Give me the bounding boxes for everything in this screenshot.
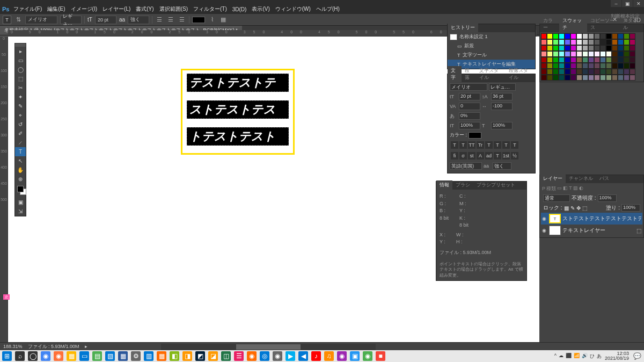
swatch[interactable] [630, 57, 635, 63]
swatch[interactable] [541, 33, 547, 39]
ot-button[interactable]: st [468, 152, 475, 160]
swatch[interactable] [588, 75, 594, 81]
swatch[interactable] [576, 33, 582, 39]
swatch[interactable] [565, 63, 570, 69]
parastyle-tab[interactable]: 段落スタイル [506, 66, 535, 82]
swatch[interactable] [541, 69, 547, 75]
close-button[interactable]: ✕ [633, 0, 644, 7]
brush-tab[interactable]: ブラシ [452, 180, 473, 190]
swatch[interactable] [541, 39, 547, 45]
visibility-icon[interactable]: ◉ [542, 216, 547, 221]
warp-text-icon[interactable]: ⌇ [208, 16, 216, 24]
taskbar-app-icon[interactable]: ▦ [157, 351, 166, 361]
systray-icon[interactable]: ひ [590, 353, 595, 360]
taskbar-app-icon[interactable]: ⚙ [131, 351, 141, 361]
horizontal-scrollbar[interactable] [161, 344, 376, 350]
antialias-dropdown[interactable]: 強く [128, 16, 149, 24]
visibility-icon[interactable]: ◉ [542, 228, 547, 233]
swatch[interactable] [559, 75, 565, 81]
text-frame[interactable]: テストテストテ ストテストテス トテストテスト [181, 69, 295, 155]
tool-13[interactable]: ✋ [15, 165, 26, 175]
swatch[interactable] [612, 45, 618, 51]
paths-tab[interactable]: パス [596, 174, 612, 183]
swatch[interactable] [570, 69, 576, 75]
swatch[interactable] [541, 51, 547, 57]
swatch[interactable] [553, 75, 559, 81]
swatch[interactable] [624, 33, 630, 39]
tool-preset-icon[interactable]: T [3, 16, 11, 24]
swatch[interactable] [630, 63, 635, 69]
swatch[interactable] [582, 51, 588, 57]
ot-button[interactable]: 1st [502, 152, 510, 160]
font-family-input[interactable]: メイリオ [450, 83, 487, 91]
taskbar-app-icon[interactable]: ◎ [260, 351, 269, 361]
swatch[interactable] [600, 45, 606, 51]
swatch[interactable] [559, 69, 565, 75]
swatch[interactable] [553, 51, 559, 57]
style-button[interactable]: T [511, 141, 518, 149]
taskbar-app-icon[interactable]: ◫ [221, 351, 231, 361]
swatch[interactable] [600, 63, 606, 69]
menu-file[interactable]: ファイル(F) [13, 5, 42, 13]
fill-input[interactable]: 100% [621, 204, 640, 212]
menu-edit[interactable]: 編集(E) [47, 5, 65, 13]
tool-2[interactable]: ◯ [15, 65, 26, 74]
layer-item[interactable]: ◉Tストテストテストテストテストテストテスト… [541, 213, 642, 225]
system-clock[interactable]: 12:03 2021/08/19 [605, 351, 629, 361]
menu-3d[interactable]: 3D(D) [232, 6, 247, 12]
styles-tab[interactable]: スタイル [620, 16, 643, 32]
tracking-input[interactable]: -100 [491, 103, 513, 110]
chevron-right-icon[interactable]: ▸ [85, 344, 87, 349]
swatch[interactable] [618, 39, 624, 45]
text-color-box[interactable] [469, 132, 481, 139]
swatch[interactable] [624, 57, 630, 63]
systray-icon[interactable]: 📶 [574, 353, 580, 360]
taskbar-app-icon[interactable]: ☰ [234, 351, 244, 361]
lock-icon[interactable]: ✥ [576, 205, 581, 211]
swatches-tab[interactable]: スウォッチ [559, 16, 587, 32]
zoom-value[interactable]: 188.31% [3, 344, 23, 349]
swatch[interactable] [630, 75, 635, 81]
swatch[interactable] [606, 33, 612, 39]
layer-name[interactable]: ストテストテストテストテストテストテスト… [562, 215, 641, 222]
swatch[interactable] [565, 51, 570, 57]
text-line[interactable]: テストテストテ [187, 74, 289, 92]
swatch[interactable] [547, 33, 553, 39]
align-center-icon[interactable]: ☰ [166, 16, 175, 24]
taskbar-app-icon[interactable]: ◉ [363, 351, 372, 361]
swatch[interactable] [582, 33, 588, 39]
kerning-input[interactable]: 0 [459, 103, 480, 110]
style-button[interactable]: T [459, 141, 467, 149]
swatch[interactable] [618, 69, 624, 75]
swatch[interactable] [547, 57, 553, 63]
tool-12[interactable]: ↖ [15, 156, 26, 165]
tool-8[interactable]: ↺ [15, 120, 26, 129]
swatch[interactable] [547, 39, 553, 45]
taskbar-app-icon[interactable]: ■ [376, 351, 385, 361]
swatch[interactable] [612, 33, 618, 39]
tool-10[interactable]: ⟋ [15, 138, 26, 147]
swatch[interactable] [576, 63, 582, 69]
swatch[interactable] [618, 45, 624, 51]
swatch[interactable] [612, 75, 618, 81]
swatch[interactable] [594, 63, 600, 69]
swatch[interactable] [600, 33, 606, 39]
swatch[interactable] [541, 75, 547, 81]
char-tab[interactable]: 文字 [448, 66, 462, 82]
systray-icon[interactable]: ⬛ [566, 353, 572, 360]
swatch[interactable] [570, 57, 576, 63]
tool-3[interactable]: ⬚ [15, 74, 26, 83]
swatch[interactable] [553, 45, 559, 51]
menu-help[interactable]: ヘルプ(H) [316, 5, 340, 13]
text-line[interactable]: トテストテスト [187, 127, 289, 146]
para-tab[interactable]: 段落 [462, 66, 475, 82]
swatch[interactable] [582, 75, 588, 81]
swatch[interactable] [576, 69, 582, 75]
swatch[interactable] [594, 57, 600, 63]
swatch[interactable] [594, 39, 600, 45]
swatch[interactable] [565, 33, 570, 39]
menu-layer[interactable]: レイヤー(L) [103, 5, 130, 13]
swatch[interactable] [612, 69, 618, 75]
tool-11[interactable]: T [15, 147, 26, 156]
tool-1[interactable]: ▭ [15, 56, 26, 65]
